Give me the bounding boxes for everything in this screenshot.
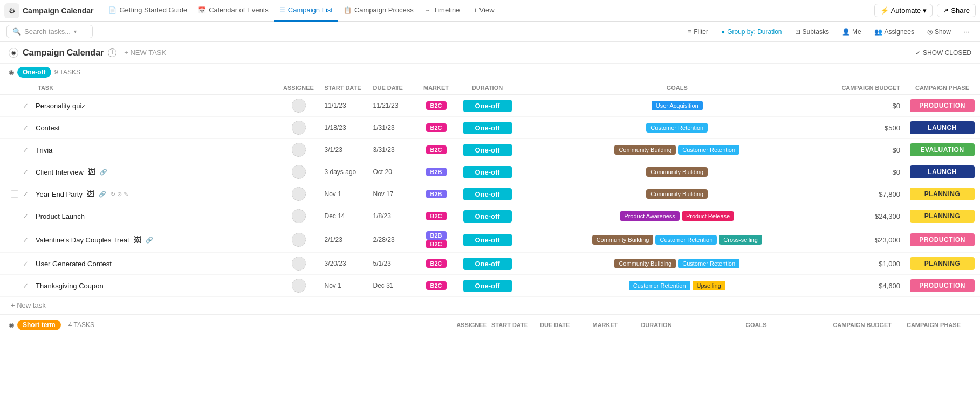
group-two-col-budget: CAMPAIGN BUDGET [826, 322, 896, 328]
assignee-avatar[interactable] [292, 209, 306, 223]
task-check-icon[interactable]: ✓ [23, 260, 31, 268]
start-date-cell: 3/1/23 [320, 139, 369, 161]
task-check-icon[interactable]: ✓ [23, 102, 31, 110]
group-two-col-phase: CAMPAIGN PHASE [896, 322, 971, 328]
nav-tab-timeline[interactable]: →Timeline [419, 0, 465, 22]
nav-tab-getting-started[interactable]: 📄Getting Started Guide [103, 0, 193, 22]
filter-action[interactable]: ≡ Filter [683, 26, 712, 37]
budget-cell: $4,600 [834, 275, 904, 297]
col-header-goals: GOALS [520, 81, 834, 95]
automate-button[interactable]: ⚡ Automate ▾ [874, 4, 933, 17]
task-check-icon[interactable]: ✓ [23, 124, 31, 132]
table-header: TASK ASSIGNEE START DATE DUE DATE MARKET… [0, 81, 980, 95]
search-box[interactable]: 🔍 Search tasks... ▾ [6, 25, 93, 38]
task-cell: ✓ Thanksgiving Coupon [0, 275, 277, 297]
task-cell: ✓ Client Interview 🖼🔗 [0, 161, 277, 183]
task-check-icon[interactable]: ✓ [23, 212, 31, 220]
assignees-action[interactable]: 👥 Assignees [870, 26, 919, 37]
group-one-count: 9 TASKS [54, 68, 80, 76]
nav-tab-view[interactable]: + View [465, 0, 499, 22]
page-info-icon[interactable]: i [108, 48, 116, 57]
goal-tag: Community Building [646, 167, 708, 177]
assignee-avatar[interactable] [292, 233, 306, 247]
task-check-icon[interactable]: ✓ [23, 282, 31, 290]
group-two-col-market: MARKET [588, 322, 626, 328]
duration-badge: One-off [463, 280, 512, 292]
duration-cell: One-off [455, 117, 520, 139]
new-task-button[interactable]: + NEW TASK [121, 47, 169, 58]
assignee-avatar[interactable] [292, 99, 306, 113]
table-row: ✓ Trivia 3/1/233/31/23B2C One-off Commun… [0, 139, 980, 161]
goals-cell: Community BuildingCustomer Retention [520, 139, 834, 161]
task-check-icon[interactable]: ✓ [23, 236, 31, 244]
nav-tab-calendar-events[interactable]: 📅Calendar of Events [193, 0, 274, 22]
task-cell: ✓ Year End Party 🖼🔗 ↻ ⊘ ✎ [0, 183, 277, 205]
due-date-cell: Dec 31 [369, 275, 417, 297]
market-badge: B2C [426, 101, 447, 110]
task-check-icon[interactable]: ✓ [23, 190, 31, 198]
assignee-avatar[interactable] [292, 165, 306, 179]
duration-cell: One-off [455, 275, 520, 297]
row-selector[interactable] [11, 190, 18, 198]
goals-cell: Community Building [520, 161, 834, 183]
task-name: User Generated Contest [36, 260, 112, 268]
subtasks-icon: ⊡ [795, 28, 800, 36]
task-name: Product Launch [36, 212, 85, 220]
task-check-icon[interactable]: ✓ [23, 146, 31, 154]
group-two-col-start-date: START DATE [491, 322, 540, 328]
share-icon: ↗ [943, 6, 949, 15]
phase-cell: LAUNCH [904, 161, 980, 183]
market-cell: B2C [417, 275, 455, 297]
new-task-link[interactable]: + New task [11, 301, 46, 309]
task-tbody: ✓ Personality quiz 11/1/2311/21/23B2C On… [0, 95, 980, 314]
group-by-action[interactable]: ● Group by: Duration [717, 26, 786, 37]
due-date-cell: Oct 20 [369, 161, 417, 183]
col-header-market: MARKET [417, 81, 455, 95]
row-checkbox[interactable] [11, 190, 18, 198]
show-action[interactable]: ◎ Show [923, 26, 955, 37]
assignee-avatar[interactable] [292, 121, 306, 135]
phase-badge: PRODUCTION [910, 233, 975, 246]
goals-cell: Community Building [520, 183, 834, 205]
group-two-col-duration: DURATION [626, 322, 691, 328]
market-badge: B2C [426, 123, 447, 132]
goal-tag: User Acquisition [652, 101, 703, 110]
assignee-avatar[interactable] [292, 257, 306, 271]
group-two-toggle-icon[interactable]: ◉ [9, 321, 14, 329]
duration-cell: One-off [455, 227, 520, 253]
market-badge: B2C [426, 212, 447, 220]
share-button[interactable]: ↗ Share [937, 4, 976, 17]
nav-tab-campaign-process[interactable]: 📋Campaign Process [338, 0, 419, 22]
start-date-cell: Nov 1 [320, 275, 369, 297]
more-action[interactable]: ··· [960, 26, 974, 37]
group-one-header: ◉ One-off 9 TASKS [0, 64, 980, 81]
table-row: ✓ User Generated Contest 3/20/235/1/23B2… [0, 253, 980, 275]
task-link-icon: 🔗 [146, 237, 153, 244]
me-icon: 👤 [842, 28, 850, 36]
goal-tag: Community Building [614, 259, 676, 268]
task-cell: ✓ Trivia [0, 139, 277, 161]
market-badge: B2C [426, 240, 447, 248]
nav-tab-campaign-list[interactable]: ☰Campaign List [274, 0, 338, 22]
table-row: ✓ Year End Party 🖼🔗 ↻ ⊘ ✎ Nov 1Nov 17B2B… [0, 183, 980, 205]
nav-right: ⚡ Automate ▾ ↗ Share [874, 4, 976, 17]
goal-tag: Cross-selling [719, 235, 762, 245]
market-cell: B2C [417, 95, 455, 117]
assignee-cell [277, 253, 320, 275]
group-toggle-icon[interactable]: ◉ [9, 68, 14, 76]
assignee-avatar[interactable] [292, 187, 306, 201]
market-cell: B2C [417, 117, 455, 139]
task-check-icon[interactable]: ✓ [23, 168, 31, 176]
page-header: ◉ Campaign Calendar i + NEW TASK ✓ SHOW … [0, 42, 980, 64]
subtasks-action[interactable]: ⊡ Subtasks [791, 26, 833, 37]
assignee-avatar[interactable] [292, 143, 306, 157]
assignee-avatar[interactable] [292, 279, 306, 293]
group-icon: ● [721, 28, 725, 36]
page-toggle-button[interactable]: ◉ [9, 48, 18, 58]
market-cell: B2BB2C [417, 227, 455, 253]
col-header-start-date: START DATE [320, 81, 369, 95]
show-closed-button[interactable]: ✓ SHOW CLOSED [915, 49, 971, 57]
me-action[interactable]: 👤 Me [838, 26, 866, 37]
col-header-due-date: DUE DATE [369, 81, 417, 95]
task-table: TASK ASSIGNEE START DATE DUE DATE MARKET… [0, 81, 980, 314]
